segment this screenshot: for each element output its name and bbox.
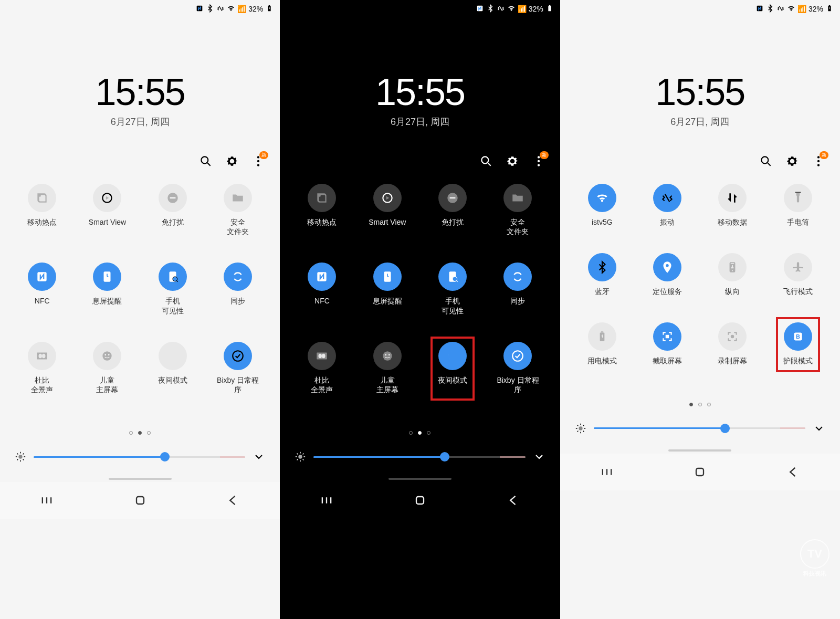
qs-tile-nfc[interactable]: NFC <box>16 263 68 315</box>
qs-tile-eyecare[interactable]: 护眼模式 <box>772 322 824 365</box>
qs-tile-label: 飞行模式 <box>783 287 813 296</box>
search-button[interactable] <box>199 154 213 168</box>
more-button[interactable]: 新 <box>532 154 545 168</box>
qs-tile-data[interactable]: 移动数据 <box>706 184 759 227</box>
search-button[interactable] <box>759 154 773 168</box>
location-icon <box>653 253 681 281</box>
qs-tile-hotspot[interactable]: 移动热点 <box>296 184 348 236</box>
home-button[interactable] <box>413 493 427 508</box>
qs-tile-nfc[interactable]: NFC <box>296 263 348 315</box>
qs-tile-portrait[interactable]: 纵向 <box>706 253 759 296</box>
qs-tile-folder[interactable]: 安全 文件夹 <box>491 184 544 236</box>
qs-tile-aod[interactable]: 息屏提醒 <box>361 263 414 315</box>
settings-button[interactable] <box>785 154 799 168</box>
settings-button[interactable] <box>225 154 239 168</box>
qs-tile-visibility[interactable]: 手机 可见性 <box>426 263 479 315</box>
qs-tile-dnd[interactable]: 免打扰 <box>146 184 199 236</box>
qs-tile-bixby[interactable]: Bixby 日常程 序 <box>212 342 264 394</box>
qs-tile-kids[interactable]: 儿童 主屏幕 <box>361 342 414 394</box>
home-indicator[interactable] <box>109 478 172 480</box>
tile-row: 蓝牙 定位服务 纵向 飞行模式 <box>570 253 831 296</box>
slider-thumb[interactable] <box>160 452 170 461</box>
recents-button[interactable] <box>600 465 614 479</box>
qs-tile-kids[interactable]: 儿童 主屏幕 <box>81 342 133 394</box>
qs-tile-record[interactable]: 录制屏幕 <box>706 322 759 365</box>
qs-tile-screenshot[interactable]: 截取屏幕 <box>641 322 694 365</box>
tile-row: 移动热点 Smart View 免打扰 安全 文件夹 <box>289 184 550 236</box>
qs-tile-bixby[interactable]: Bixby 日常程 序 <box>491 342 544 394</box>
slider-thumb[interactable] <box>720 424 730 433</box>
battery-status-icon <box>545 4 554 14</box>
qs-tile-smartview[interactable]: Smart View <box>81 184 133 236</box>
eyecare-icon <box>784 322 812 351</box>
qs-tile-bluetooth[interactable]: 蓝牙 <box>576 253 628 296</box>
dnd-icon <box>159 184 187 212</box>
brightness-slider[interactable] <box>594 427 805 429</box>
qs-tile-label: 蓝牙 <box>595 287 610 296</box>
bluetooth-icon <box>588 253 616 281</box>
page-dot[interactable] <box>138 431 142 435</box>
page-dot[interactable] <box>147 431 151 435</box>
qs-tile-visibility[interactable]: 手机 可见性 <box>146 263 199 315</box>
brightness-slider[interactable] <box>313 456 525 458</box>
slider-fill <box>34 456 165 458</box>
page-dot[interactable] <box>698 403 702 406</box>
brightness-slider[interactable] <box>34 456 245 458</box>
more-button[interactable]: 新 <box>812 154 825 168</box>
qs-tile-moon[interactable]: 夜间模式 <box>426 342 479 394</box>
slider-thumb[interactable] <box>440 452 449 461</box>
qs-tile-dolby[interactable]: 杜比 全景声 <box>16 342 68 394</box>
qs-tile-label: istv5G <box>592 217 613 227</box>
brightness-control <box>0 445 280 474</box>
recents-button[interactable] <box>39 493 54 508</box>
qs-tile-moon[interactable]: 夜间模式 <box>146 342 199 394</box>
more-button[interactable]: 新 <box>251 154 265 168</box>
qs-tile-label: 手电筒 <box>787 217 809 227</box>
expand-brightness-button[interactable] <box>813 422 825 435</box>
qs-tile-battery[interactable]: 用电模式 <box>576 322 628 365</box>
recents-button[interactable] <box>319 493 334 508</box>
qs-tile-sync[interactable]: 同步 <box>212 263 264 315</box>
home-button[interactable] <box>133 493 148 508</box>
home-button[interactable] <box>692 465 707 479</box>
vibrate-status-icon <box>776 4 785 14</box>
page-dot[interactable] <box>418 431 422 435</box>
qs-tile-hotspot[interactable]: 移动热点 <box>16 184 68 236</box>
home-indicator[interactable] <box>668 449 731 452</box>
settings-button[interactable] <box>506 154 519 168</box>
clock-time: 15:55 <box>0 70 280 113</box>
qs-tile-torch[interactable]: 手电筒 <box>772 184 824 227</box>
search-button[interactable] <box>479 154 493 168</box>
status-bar: 📶 32% <box>0 0 280 18</box>
quick-settings-panel: 📶 32% 15:55 6月27日, 周四 新 移动热点 Smart View … <box>0 0 280 619</box>
brightness-icon <box>15 451 26 463</box>
tiles-grid: istv5G 振动 移动数据 手电筒 蓝牙 定位服务 纵向 飞行模式 用电模式 … <box>560 179 840 397</box>
slider-fill <box>313 456 445 458</box>
svg-rect-30 <box>416 497 424 504</box>
page-dot[interactable] <box>129 431 133 435</box>
qs-tile-location[interactable]: 定位服务 <box>641 253 694 296</box>
page-dot[interactable] <box>707 403 711 406</box>
page-dot[interactable] <box>427 431 430 435</box>
qs-tile-airplane[interactable]: 飞行模式 <box>772 253 824 296</box>
nfc-icon <box>308 263 336 291</box>
qs-tile-sync[interactable]: 同步 <box>491 263 544 315</box>
back-button[interactable] <box>506 493 521 508</box>
expand-brightness-button[interactable] <box>253 450 265 463</box>
qs-tile-dnd[interactable]: 免打扰 <box>426 184 479 236</box>
home-indicator[interactable] <box>388 478 452 480</box>
back-button[interactable] <box>786 465 801 479</box>
clock-time: 15:55 <box>560 70 840 113</box>
page-dot[interactable] <box>409 431 413 435</box>
qs-tile-aod[interactable]: 息屏提醒 <box>81 263 133 315</box>
qs-tile-smartview[interactable]: Smart View <box>361 184 414 236</box>
qs-tile-dolby[interactable]: 杜比 全景声 <box>296 342 348 394</box>
qs-tile-vibrate[interactable]: 振动 <box>641 184 694 227</box>
back-button[interactable] <box>226 493 240 508</box>
qs-tile-wifi[interactable]: istv5G <box>576 184 628 227</box>
expand-brightness-button[interactable] <box>533 450 545 463</box>
qs-tile-folder[interactable]: 安全 文件夹 <box>212 184 264 236</box>
bluetooth-status-icon <box>486 4 495 14</box>
page-dot[interactable] <box>689 403 693 406</box>
status-bar: 📶 32% <box>560 0 840 18</box>
